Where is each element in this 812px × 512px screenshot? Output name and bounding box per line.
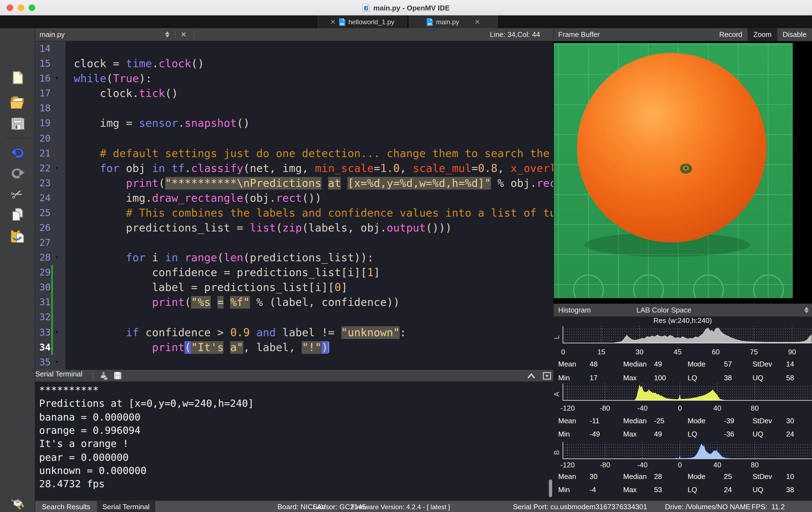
zoom-button[interactable]: Zoom <box>748 28 777 41</box>
line-number: 21 <box>35 146 65 161</box>
disable-button[interactable]: Disable <box>777 28 812 41</box>
tab-bar: ✕ helloworld_1.py main.py ✕ <box>0 16 812 28</box>
stat-label: Mode <box>688 417 705 425</box>
l-stats-row: Min17Max100LQ38UQ58 <box>558 374 807 382</box>
save-log-icon[interactable] <box>113 372 122 380</box>
axis-tick-label: 45 <box>673 348 682 356</box>
stat-label: Min <box>558 486 570 494</box>
stat-label: Mean <box>558 417 576 425</box>
stat-label: Mean <box>558 360 576 368</box>
fold-chevron-icon[interactable]: ▾ <box>56 164 58 170</box>
serial-terminal-header: Serial Terminal <box>35 370 553 382</box>
code-editor[interactable]: 141516▾171819202122▾232425262728▾2930313… <box>35 41 553 370</box>
a-stats-row: Min-49Max49LQ-36UQ24 <box>558 430 807 438</box>
close-tab-icon[interactable]: ✕ <box>330 19 336 25</box>
axis-tick-label: 40 <box>714 404 721 412</box>
axis-tick-label: -120 <box>560 461 575 469</box>
stat-label: Min <box>558 430 570 438</box>
open-file-button[interactable] <box>9 94 26 111</box>
axis-tick-label: -80 <box>600 461 610 469</box>
fold-chevron-icon[interactable]: ▾ <box>56 75 58 81</box>
axis-tick-label: 90 <box>788 348 796 356</box>
color-space-spinner-icon[interactable] <box>804 307 809 313</box>
modified-lines-marker <box>51 265 53 355</box>
code-line: print("**********\nPredictions at [x=%d,… <box>74 176 553 190</box>
stat-label: Mode <box>688 360 705 368</box>
terminal-line: pear = 0.000000 <box>39 451 128 464</box>
cut-button[interactable]: ✂ <box>8 184 27 202</box>
histogram-title: Histogram <box>558 306 591 314</box>
collapse-panel-icon[interactable] <box>527 373 535 379</box>
code-line: clock = time.clock() <box>74 56 204 71</box>
stat-label: StDev <box>753 417 772 425</box>
status-fps: FPS: 11.2 <box>751 503 785 511</box>
code-line: img.draw_rectangle(obj.rect()) <box>74 191 321 206</box>
axis-tick-label: 80 <box>751 461 759 469</box>
line-number: 23 <box>35 176 65 190</box>
terminal-scrollbar[interactable] <box>549 480 552 497</box>
open-document-selector[interactable]: main.py <box>40 30 65 38</box>
stat-value: -36 <box>724 430 734 438</box>
frame-buffer-title: Frame Buffer <box>558 30 600 38</box>
frame-resolution: Res (w:240,h:240) <box>553 316 812 325</box>
line-number: 27 <box>35 235 65 250</box>
python-file-icon <box>427 18 433 26</box>
frame-buffer-view[interactable] <box>553 41 812 304</box>
stat-value: 38 <box>724 374 732 382</box>
line-number: 35▾ <box>35 355 65 370</box>
code-line: confidence = predictions_list[i][1] <box>74 265 380 280</box>
b-stats-row: Min-4Max53LQ24UQ38 <box>558 486 807 494</box>
fold-chevron-icon[interactable]: ▾ <box>56 358 58 365</box>
detach-panel-icon[interactable] <box>543 372 551 380</box>
stat-value: 100 <box>654 374 666 382</box>
save-file-button[interactable] <box>10 116 25 131</box>
axis-tick-label: 0 <box>678 404 682 412</box>
redo-button[interactable] <box>9 166 26 180</box>
code-line: print("It's a", label, "!") <box>74 340 329 355</box>
code-line: label = predictions_list[i][0] <box>74 280 348 295</box>
axis-tick-label: -80 <box>600 404 610 412</box>
serial-terminal-tab[interactable]: Serial Terminal <box>97 501 155 512</box>
color-space-select[interactable]: LAB Color Space <box>609 306 719 314</box>
stat-value: 49 <box>654 360 662 368</box>
line-number: 22▾ <box>35 161 65 176</box>
terminal-line: banana = 0.000000 <box>39 410 140 424</box>
paste-button[interactable] <box>10 229 25 244</box>
connect-button[interactable] <box>10 496 25 511</box>
stat-label: Min <box>558 374 570 382</box>
status-serial-port[interactable]: Serial Port: cu.usbmodem3167376334301 <box>513 503 647 511</box>
clear-terminal-icon[interactable] <box>99 372 109 380</box>
copy-button[interactable] <box>10 207 25 221</box>
close-tab-icon[interactable]: ✕ <box>474 19 480 25</box>
undo-button[interactable] <box>9 145 26 160</box>
document-selector-spinner-icon[interactable] <box>165 31 170 37</box>
record-button[interactable]: Record <box>714 28 748 41</box>
axis-tick-label: 0 <box>561 348 565 356</box>
search-results-tab[interactable]: Search Results <box>36 501 96 512</box>
stat-value: -39 <box>724 417 734 425</box>
stat-label: StDev <box>753 360 772 368</box>
fold-chevron-icon[interactable]: ▾ <box>56 254 58 260</box>
status-drive[interactable]: Drive: /Volumes/NO NAME <box>665 503 751 511</box>
tab-helloworld-1-py[interactable]: ✕ helloworld_1.py <box>317 16 408 28</box>
line-number: 28▾ <box>35 250 65 265</box>
serial-terminal-output[interactable]: **********Predictions at [x=0,y=0,w=240,… <box>35 382 553 501</box>
b-stats-row: Mean30Median28Mode25StDev10 <box>558 472 807 481</box>
title-bar: main.py - OpenMV IDE <box>0 0 812 16</box>
tab-main-py[interactable]: main.py ✕ <box>408 16 499 28</box>
line-number: 17 <box>35 86 65 101</box>
stat-value: -11 <box>589 417 600 425</box>
new-file-button[interactable] <box>10 71 25 85</box>
stat-label: UQ <box>753 486 763 494</box>
stat-value: 24 <box>786 430 794 438</box>
close-document-icon[interactable]: ✕ <box>180 30 186 38</box>
window-title: main.py - OpenMV IDE <box>373 4 450 12</box>
line-number: 20 <box>35 131 65 146</box>
code-line: for obj in tf.classify(net, img, min_sca… <box>74 161 553 176</box>
stat-value: -49 <box>589 430 600 438</box>
stat-label: StDev <box>753 472 772 481</box>
line-number: 24 <box>35 191 65 206</box>
fold-chevron-icon[interactable]: ▾ <box>56 329 58 335</box>
stat-label: LQ <box>688 430 697 438</box>
stat-value: 30 <box>786 417 794 425</box>
